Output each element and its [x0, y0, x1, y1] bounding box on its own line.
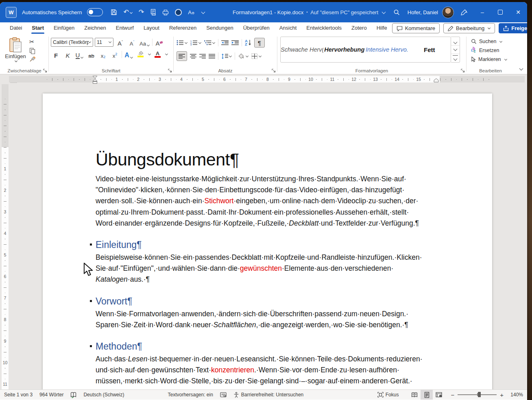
read-mode-button[interactable] — [408, 390, 421, 400]
accessibility-checker[interactable]: Barrierefreiheit: Untersuchen — [233, 392, 303, 398]
paragraph[interactable]: Wenn·Sie·Formatvorlagen·anwenden,·ändern… — [96, 309, 441, 330]
undo-dropdown-icon[interactable] — [130, 11, 133, 14]
line-spacing-button[interactable] — [221, 53, 232, 59]
font-color-button[interactable]: A — [153, 50, 163, 59]
right-indent-marker[interactable] — [434, 78, 439, 83]
strikethrough-button[interactable]: ab — [86, 50, 96, 59]
zoom-slider[interactable] — [458, 394, 497, 395]
editing-mode-button[interactable]: Bearbeitung — [443, 23, 495, 33]
document-page[interactable]: Übungsdokument¶ Video·bietet·eine·leistu… — [43, 93, 492, 389]
font-settings-icon[interactable]: A⚙ — [188, 9, 194, 15]
show-formatting-marks-button[interactable]: ¶ — [254, 38, 265, 48]
collapse-ribbon-chevron-icon[interactable] — [519, 67, 523, 71]
text-predictions-icon[interactable] — [220, 392, 227, 398]
increase-indent-button[interactable] — [231, 40, 239, 46]
tab-layout[interactable]: Layout — [139, 22, 164, 34]
save-status-chevron-icon[interactable] — [382, 10, 386, 14]
share-button[interactable]: Freigeben — [499, 23, 527, 33]
tab-entwurf[interactable]: Entwurf — [111, 22, 139, 34]
save-status[interactable]: Auf "diesem PC" gespeichert — [310, 9, 378, 15]
subscript-button[interactable]: x2 — [98, 50, 108, 59]
paste-dropdown-icon[interactable] — [14, 59, 17, 62]
word-count[interactable]: 964 Wörter — [39, 392, 63, 398]
paragraph[interactable]: Video·bietet·eine·leistungsstarke·Möglic… — [96, 174, 441, 229]
tab-hilfe[interactable]: Hilfe — [372, 22, 392, 34]
change-case-button[interactable]: Aa — [139, 37, 150, 47]
language[interactable]: Deutsch (Schweiz) — [83, 392, 124, 398]
horizontal-ruler[interactable]: 123456789101112131415 — [9, 76, 525, 83]
avatar[interactable] — [442, 7, 454, 18]
editor-orb-icon[interactable] — [175, 9, 182, 16]
find-button[interactable]: Suchen — [471, 38, 514, 45]
tab-ansicht[interactable]: Ansicht — [275, 22, 302, 34]
paragraph[interactable]: Beispielsweise·können·Sie·ein·passendes·… — [96, 252, 441, 285]
bullet-list-button[interactable] — [177, 40, 188, 46]
vertical-ruler[interactable]: 1234567891011 — [2, 84, 9, 389]
tab-zeichnen[interactable]: Zeichnen — [79, 22, 111, 34]
underline-button[interactable]: U — [74, 50, 85, 59]
paragraph[interactable]: Auch·das·Lesen·ist·bequemer·in·der·neuen… — [96, 354, 441, 387]
paragraph-dialog-launcher-icon[interactable] — [272, 69, 276, 73]
heading[interactable]: Vorwort¶ — [96, 295, 441, 307]
font-name-select[interactable]: Calibri (Textkörp — [51, 38, 93, 47]
word-app-icon[interactable]: W — [6, 7, 17, 18]
tab-sendungen[interactable]: Sendungen — [201, 22, 238, 34]
hanging-indent-marker[interactable] — [93, 81, 97, 84]
italic-button[interactable]: K — [63, 50, 73, 59]
undo-button[interactable]: ↶ — [123, 9, 132, 16]
qat-customize-chevron-icon[interactable] — [201, 10, 205, 14]
decrease-indent-button[interactable] — [221, 40, 229, 46]
page-count[interactable]: Seite 1 von 3 — [4, 392, 33, 398]
format-painter-button[interactable] — [29, 56, 36, 63]
style-hervorhebung[interactable]: Hervorhebung — [323, 46, 366, 53]
replace-button[interactable]: b c Ersetzen — [471, 47, 514, 54]
clipboard-dialog-launcher-icon[interactable] — [43, 69, 47, 73]
comments-button[interactable]: Kommentare — [392, 23, 440, 33]
proofing-icon[interactable] — [70, 392, 76, 398]
tab-datei[interactable]: Datei — [5, 22, 27, 34]
tab-einfuegen[interactable]: Einfügen — [49, 22, 79, 34]
clear-formatting-button[interactable]: A — [154, 37, 164, 47]
style-intensive-hervorhebung[interactable]: Intensive Hervo. — [366, 46, 408, 53]
select-button[interactable]: Markieren — [471, 56, 514, 63]
document-heading-title[interactable]: Übungsdokument¶ — [96, 148, 441, 171]
heading[interactable]: Methoden¶ — [96, 340, 441, 352]
maximize-button[interactable] — [491, 2, 509, 22]
zoom-out-button[interactable]: − — [451, 391, 454, 398]
zoom-percentage[interactable]: 140% — [507, 392, 523, 398]
styles-gallery-up-button[interactable] — [451, 37, 460, 45]
tab-start[interactable]: Start — [27, 22, 49, 34]
shrink-font-button[interactable]: Aˇ — [127, 37, 137, 47]
highlight-dropdown-icon[interactable] — [148, 52, 151, 55]
font-color-dropdown-icon[interactable] — [165, 52, 168, 55]
printer-icon[interactable] — [162, 9, 169, 15]
superscript-button[interactable]: x2 — [110, 50, 120, 59]
focus-mode-button[interactable]: Fokus — [377, 392, 399, 398]
shading-button[interactable] — [238, 53, 249, 59]
align-right-button[interactable] — [199, 54, 206, 59]
styles-gallery-down-button[interactable] — [451, 45, 460, 54]
web-layout-button[interactable] — [433, 390, 445, 400]
align-center-button[interactable] — [190, 54, 196, 59]
grow-font-button[interactable]: Aˆ — [115, 37, 125, 47]
zoom-slider-handle[interactable] — [478, 392, 481, 397]
bold-button[interactable]: F — [51, 50, 61, 59]
align-left-button[interactable] — [177, 51, 187, 61]
redo-button[interactable]: ↷ — [139, 9, 144, 15]
print-preview-icon[interactable] — [150, 9, 156, 15]
user-name[interactable]: Hofer, Daniel — [408, 9, 438, 15]
autosave-toggle[interactable] — [87, 8, 103, 16]
text-predictions[interactable]: Textvorhersagen: ein — [168, 392, 213, 398]
minimize-button[interactable]: – — [473, 2, 491, 22]
tab-referenzen[interactable]: Referenzen — [164, 22, 201, 34]
style-schwache-hervorhebung[interactable]: Schwache Herv( — [281, 46, 323, 53]
numbered-list-button[interactable]: 123 — [190, 40, 201, 46]
copy-button[interactable] — [29, 48, 36, 54]
sort-button[interactable]: AZ — [245, 39, 251, 46]
heading[interactable]: Einleitung¶ — [96, 239, 441, 251]
cut-button[interactable]: ✂ — [29, 38, 36, 46]
document-body[interactable]: Übungsdokument¶ Video·bietet·eine·leistu… — [96, 148, 441, 387]
ink-pen-icon[interactable] — [460, 9, 468, 16]
borders-button[interactable] — [251, 53, 262, 59]
font-dialog-launcher-icon[interactable] — [168, 69, 172, 73]
